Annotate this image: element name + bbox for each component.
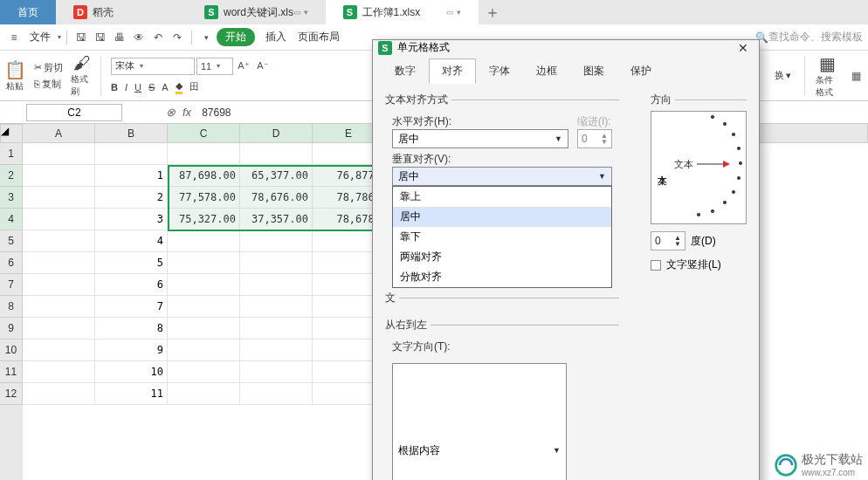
svg-point-1	[732, 133, 735, 136]
dd-item-center[interactable]: 居中	[393, 207, 611, 227]
indent-spin[interactable]: 0▲▼	[577, 129, 612, 148]
daoke-icon: D	[73, 5, 87, 19]
chevron-down-icon: ▼	[555, 134, 562, 143]
row-header[interactable]: 7	[0, 274, 23, 296]
row-header[interactable]: 2	[0, 165, 23, 187]
orientation-dial[interactable]: 文本	[672, 115, 742, 220]
v-align-combo[interactable]: 居中▼ 靠上 居中 靠下 两端对齐 分散对齐	[392, 167, 612, 186]
svg-marker-12	[723, 161, 730, 168]
grid-icon: ▦	[819, 53, 836, 74]
row-header[interactable]: 4	[0, 209, 23, 230]
tab-border[interactable]: 边框	[523, 58, 570, 84]
workbook-tabs: 首页 D 稻壳 S word关键词.xls ▭ ▾ S 工作簿1.xlsx ▭ …	[0, 0, 868, 24]
preview-icon[interactable]: 👁	[130, 29, 148, 46]
file-menu[interactable]: 文件	[24, 30, 56, 45]
tab-file2[interactable]: S 工作簿1.xlsx ▭ ▾	[326, 0, 479, 24]
size-select[interactable]: 11▾	[196, 58, 233, 75]
col-header[interactable]: B	[95, 124, 168, 143]
tab-daoke[interactable]: D 稻壳	[56, 0, 187, 24]
tab-align[interactable]: 对齐	[429, 58, 476, 84]
tab-number[interactable]: 数字	[382, 58, 429, 84]
row-header[interactable]: 6	[0, 252, 23, 274]
vertical-text-button[interactable]: 文本	[655, 115, 669, 220]
dd-item-top[interactable]: 靠上	[393, 187, 611, 207]
format-painter-button[interactable]: 🖌 格式刷	[71, 58, 93, 93]
dd-item-bottom[interactable]: 靠下	[393, 227, 611, 247]
tab-font[interactable]: 字体	[476, 58, 523, 84]
print-icon[interactable]: 🖶	[111, 29, 128, 46]
tab-pattern[interactable]: 图案	[570, 58, 617, 84]
row-header[interactable]: 1	[0, 143, 23, 165]
underline-icon[interactable]: U	[134, 82, 141, 93]
row-header[interactable]: 10	[0, 339, 23, 361]
select-all-corner[interactable]: ◢	[0, 124, 23, 143]
svg-text:文本: 文本	[674, 159, 693, 169]
italic-icon[interactable]: I	[125, 82, 127, 93]
col-header[interactable]: A	[23, 124, 95, 143]
row-header[interactable]: 8	[0, 296, 23, 318]
legend-rtl: 从右到左	[385, 318, 431, 333]
start-button[interactable]: 开始	[217, 28, 255, 46]
font-select[interactable]: 宋体▾	[111, 58, 195, 75]
tab-menu-icon[interactable]: ▭ ▾	[293, 8, 308, 17]
swap-button[interactable]: 换▾	[772, 68, 794, 83]
increase-size-icon[interactable]: A⁺	[235, 58, 252, 75]
row-headers: 1 2 3 4 5 6 7 8 9 10 11 12	[0, 143, 23, 480]
tab-protect[interactable]: 保护	[617, 58, 665, 84]
redo-icon[interactable]: ↷	[169, 29, 186, 46]
tab-home[interactable]: 首页	[0, 0, 56, 24]
close-icon[interactable]: ✕	[733, 41, 754, 55]
dropdown-icon[interactable]: ▾	[197, 29, 215, 46]
col-header[interactable]: C	[168, 124, 240, 143]
add-tab-button[interactable]: ＋	[479, 0, 506, 24]
dd-item-distribute[interactable]: 分散对齐	[393, 267, 611, 287]
row-header[interactable]: 9	[0, 318, 23, 339]
row-header[interactable]: 5	[0, 230, 23, 252]
row-header[interactable]: 12	[0, 383, 23, 405]
dd-item-justify[interactable]: 两端对齐	[393, 247, 611, 267]
strike-icon[interactable]: S	[148, 82, 155, 93]
cancel-fx-icon[interactable]: ⊗	[166, 106, 176, 119]
save-as-icon[interactable]: 🖫	[92, 29, 109, 46]
bold-icon[interactable]: B	[111, 82, 118, 93]
search-box[interactable]: 🔍 查找命令、搜索模板	[755, 30, 863, 45]
svg-point-4	[737, 176, 741, 180]
table-style-icon[interactable]: ▦	[847, 67, 865, 85]
vtext-checkbox[interactable]	[651, 260, 661, 271]
orientation-box[interactable]: 文本 文本	[651, 111, 747, 224]
textdir-combo[interactable]: 根据内容▼	[392, 363, 567, 480]
tab-menu-icon[interactable]: ▭ ▾	[446, 8, 461, 17]
menu-insert[interactable]: 插入	[260, 30, 292, 45]
undo-icon[interactable]: ↶	[149, 29, 167, 46]
hamburger-icon[interactable]: ≡	[5, 29, 23, 46]
font-color-icon[interactable]: A	[162, 82, 168, 93]
name-box[interactable]: C2	[26, 104, 122, 121]
watermark-url: www.xz7.com	[802, 468, 863, 477]
col-header[interactable]: D	[240, 124, 313, 143]
paste-button[interactable]: 📋 粘贴	[3, 58, 26, 93]
tab-label: word关键词.xls	[224, 5, 293, 20]
row-header[interactable]: 11	[0, 361, 23, 383]
menu-layout[interactable]: 页面布局	[293, 30, 345, 45]
spreadsheet-icon: S	[343, 5, 357, 19]
border-icon[interactable]: 田	[189, 80, 199, 93]
decrease-size-icon[interactable]: A⁻	[254, 58, 272, 75]
degree-label: 度(D)	[691, 234, 716, 249]
v-align-label: 垂直对齐(V):	[392, 152, 612, 167]
row-header[interactable]: 3	[0, 187, 23, 209]
tab-file1[interactable]: S word关键词.xls ▭ ▾	[187, 0, 326, 24]
h-align-combo[interactable]: 居中▼	[392, 129, 568, 148]
tab-label: 工作簿1.xlsx	[362, 5, 421, 20]
search-placeholder: 查找命令、搜索模板	[768, 30, 863, 45]
copy-button[interactable]: ⎘复制	[31, 77, 65, 92]
spreadsheet-icon: S	[378, 41, 392, 55]
cut-button[interactable]: ✂剪切	[31, 60, 65, 75]
indent-label: 缩进(I):	[577, 114, 612, 129]
save-icon[interactable]: 🖫	[72, 29, 90, 46]
watermark-site: 极光下载站	[802, 452, 863, 466]
cond-format-button[interactable]: ▦ 条件格式	[816, 58, 838, 93]
fx-icon[interactable]: fx	[183, 106, 191, 119]
dialog-titlebar[interactable]: S 单元格格式 ✕	[373, 40, 759, 55]
degree-spin[interactable]: 0▲▼	[651, 231, 685, 250]
fill-color-icon[interactable]: ◆	[176, 80, 183, 94]
